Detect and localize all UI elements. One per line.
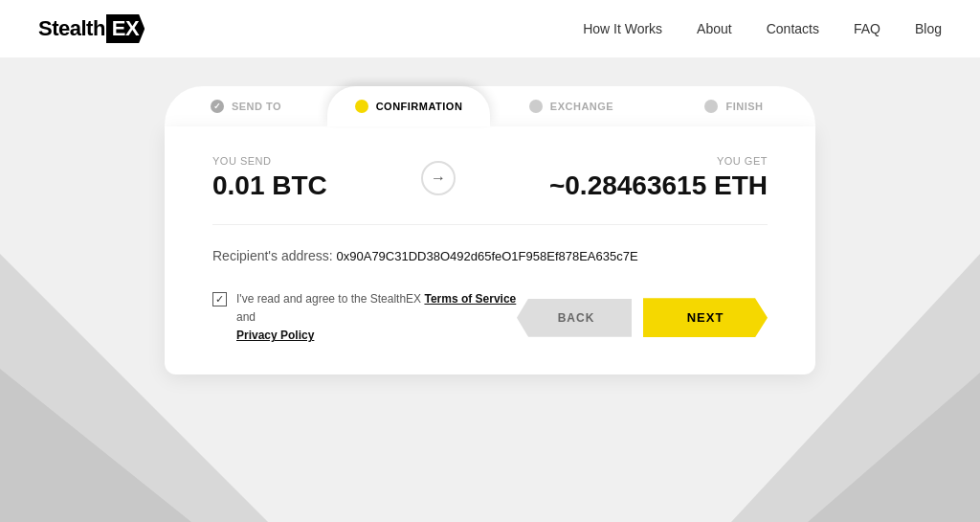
step-label-confirmation: CONFIRMATION [376,101,463,112]
nav-contacts[interactable]: Contacts [767,21,819,36]
send-amount: 0.01 BTC [212,170,327,201]
header: Stealth EX How It Works About Contacts F… [0,0,980,57]
logo-stealth: Stealth [38,16,105,41]
confirmation-card: YOU SEND 0.01 BTC → YOU GET ~0.28463615 … [165,126,815,374]
actions-row: I've read and agree to the StealthEX Ter… [212,290,768,346]
terms-row: I've read and agree to the StealthEX Ter… [212,290,517,346]
get-amount: ~0.28463615 ETH [549,170,768,201]
you-send-label: YOU SEND [212,155,271,167]
recipient-address: 0x90A79C31DD38O492d65feO1F958Ef878EA635c… [337,249,638,263]
steps-bar: ✓ SEND TO CONFIRMATION EXCHANGE FINISH [165,86,815,126]
step-dot-exchange [529,100,543,113]
step-label-exchange: EXCHANGE [550,101,613,112]
step-finish[interactable]: FINISH [653,86,815,126]
nav-how-it-works[interactable]: How It Works [583,21,662,36]
step-label-finish: FINISH [725,101,763,112]
nav-blog[interactable]: Blog [915,21,942,36]
step-dot-send-to: ✓ [211,100,224,113]
you-get-label: YOU GET [717,155,768,167]
back-button[interactable]: BACK [517,299,632,337]
recipient-row: Recipient's address: 0x90A79C31DD38O492d… [212,248,768,263]
main: ✓ SEND TO CONFIRMATION EXCHANGE FINISH Y… [0,57,980,374]
terms-of-service-link[interactable]: Terms of Service [424,292,516,306]
step-dot-confirmation [355,100,368,113]
step-label-send-to: SEND TO [232,101,281,112]
step-confirmation[interactable]: CONFIRMATION [327,86,490,126]
terms-before: I've read and agree to the StealthEX [236,292,424,306]
arrow-icon: → [421,161,456,195]
privacy-policy-link[interactable]: Privacy Policy [236,329,314,342]
nav: How It Works About Contacts FAQ Blog [583,21,942,36]
nav-faq[interactable]: FAQ [854,21,880,36]
step-exchange[interactable]: EXCHANGE [490,86,653,126]
logo-ex: EX [106,14,145,43]
terms-checkbox[interactable] [212,292,227,306]
nav-about[interactable]: About [697,21,732,36]
terms-middle: and [236,310,256,324]
step-send-to[interactable]: ✓ SEND TO [165,86,327,126]
terms-text: I've read and agree to the StealthEX Ter… [236,290,517,346]
exchange-row: YOU SEND 0.01 BTC → YOU GET ~0.28463615 … [212,155,768,225]
logo[interactable]: Stealth EX [38,14,145,43]
recipient-label: Recipient's address: [212,248,333,263]
step-dot-finish [704,100,718,113]
buttons-row: BACK NEXT [517,298,768,337]
send-side: YOU SEND 0.01 BTC [212,155,327,201]
next-button[interactable]: NEXT [643,298,768,337]
get-side: YOU GET ~0.28463615 ETH [549,155,768,201]
